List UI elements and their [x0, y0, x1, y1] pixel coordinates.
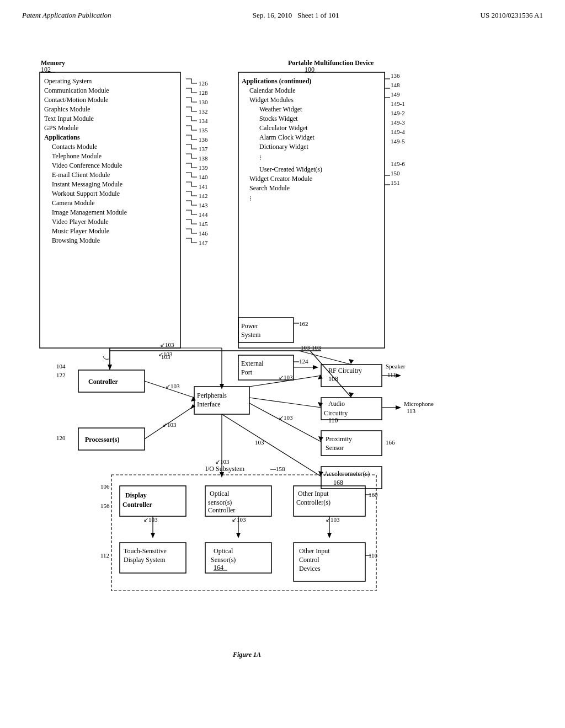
accel-label1: Accelerometer(s): [324, 470, 370, 478]
mem-comm: Communication Module: [44, 87, 109, 94]
svg-marker-5: [313, 365, 318, 370]
mem-music: Music Player Module: [52, 227, 109, 235]
ext-port-label1: External: [241, 360, 264, 367]
proximity-box: [321, 431, 382, 456]
page: Patent Application Publication Sep. 16, …: [0, 0, 565, 728]
patent-number: US 2010/0231536 A1: [481, 11, 543, 20]
mem-apps: Applications: [44, 133, 80, 141]
other-ctrl-label2: Controller(s): [296, 499, 331, 506]
figure-caption: Figure 1A: [232, 651, 261, 659]
ref-103-accel: 103: [255, 439, 264, 446]
ref-149-4: 149-4: [391, 129, 405, 135]
mem-camera: Camera Module: [52, 199, 95, 207]
ref-111: 111: [387, 371, 396, 378]
diagram-svg: Memory 102 Operating System Communicatio…: [23, 25, 542, 676]
svg-marker-13: [236, 533, 241, 538]
power-label2: System: [241, 331, 261, 339]
svg-marker-23: [318, 374, 323, 379]
ref-162: 162: [299, 320, 308, 327]
ref-149-6: 149-6: [391, 160, 405, 167]
ref-135: 135: [199, 127, 208, 133]
pmd-calendar: Calendar Module: [249, 87, 296, 94]
ref-134: 134: [199, 117, 208, 124]
svg-marker-37: [349, 359, 354, 364]
power-system-box: [238, 318, 294, 342]
ref-103-bus2: 103: [312, 344, 321, 351]
mem-graphics: Graphics Module: [44, 105, 90, 113]
mem-workout: Workout Support Module: [52, 190, 120, 197]
ref-128: 128: [199, 89, 208, 96]
ref-103-b: ↙103: [160, 341, 174, 348]
ref-151: 151: [391, 179, 400, 186]
sheet-label: Sheet 1 of 101: [297, 11, 339, 19]
optical-ctrl-label1: Optical: [210, 490, 230, 497]
ref-microphone: Microphone: [404, 400, 434, 407]
ref-148: 148: [391, 82, 400, 88]
date-label: Sep. 16, 2010: [253, 11, 292, 19]
ref-124: 124: [299, 358, 308, 365]
svg-marker-15: [327, 533, 332, 538]
pmd-alarm: Alarm Clock Widget: [259, 133, 315, 141]
pmd-dots2: ⁝: [249, 195, 252, 202]
mem-contacts: Contacts Module: [52, 143, 97, 151]
ref-103-prox: ↙103: [279, 414, 293, 421]
ref-139: 139: [199, 164, 208, 171]
svg-marker-7: [396, 373, 401, 378]
mem-os: Operating System: [44, 77, 92, 85]
rf-label2: 108: [328, 375, 338, 383]
other-dev-label3: Devices: [299, 565, 321, 572]
peripherals-label2: Interface: [197, 400, 221, 408]
mem-text: Text Input Module: [44, 115, 94, 122]
pmd-weather: Weather Widget: [259, 105, 302, 113]
ref-150: 150: [391, 170, 400, 176]
io-subsystem-label: I/O Subsystem: [205, 465, 245, 473]
ref-143: 143: [199, 202, 208, 208]
ref-103-proc: ↙103: [162, 421, 177, 428]
accel-label2: 168: [333, 479, 343, 486]
display-ctrl-label1: Display: [125, 491, 147, 499]
ref-103-rf: ↙103: [279, 374, 293, 381]
svg-marker-25: [318, 402, 323, 407]
pmd-dots1: ⁝: [259, 154, 262, 162]
svg-marker-9: [396, 405, 401, 410]
ref-138: 138: [199, 155, 208, 162]
ref-104: 104: [56, 363, 66, 370]
ref-149-3: 149-3: [391, 119, 405, 126]
mem-image: Image Management Module: [52, 208, 127, 216]
mem-gps: GPS Module: [44, 124, 78, 132]
ref-103-disp: ↙103: [143, 516, 158, 523]
peripherals-label1: Peripherals: [197, 392, 227, 399]
ref-149-1: 149-1: [391, 100, 405, 107]
ref-132: 132: [199, 108, 208, 115]
diagram-area: Memory 102 Operating System Communicatio…: [23, 25, 542, 676]
ref-103-oth: ↙103: [326, 516, 340, 523]
svg-marker-39: [349, 392, 354, 397]
ref-103-io: ↙103: [215, 458, 230, 465]
ref-142: 142: [199, 192, 208, 199]
ref-108: Speaker: [386, 363, 406, 370]
rf-label1: RF Circuitry: [328, 367, 362, 374]
pmd-widget-modules: Widget Modules: [249, 96, 294, 104]
ref-103-bus1: 103: [301, 344, 310, 351]
ref-156: 156: [100, 502, 110, 509]
optical-ctrl-label3: Controller: [208, 506, 235, 514]
power-label1: Power: [241, 322, 258, 330]
mem-telephone: Telephone Module: [52, 152, 102, 160]
mem-email: E-mail Client Module: [52, 171, 110, 179]
ref-106: 106: [100, 483, 110, 490]
opt-sensor-label2: Sensor(s): [211, 556, 236, 564]
ref-158: 158: [276, 465, 285, 472]
ref-112: 112: [100, 552, 109, 559]
mem-videoconf: Video Conference Module: [52, 162, 122, 169]
ref-149: 149: [391, 91, 400, 98]
ext-port-label2: Port: [241, 368, 253, 376]
ref-103-opt: ↙103: [232, 516, 246, 523]
ref-149-2: 149-2: [391, 110, 405, 116]
ref-146: 146: [199, 230, 208, 237]
ref-149-5: 149-5: [391, 138, 405, 144]
ref-140: 140: [199, 174, 208, 180]
pmd-user-widget: User-Created Widget(s): [259, 165, 322, 173]
ref-122: 122: [56, 372, 66, 378]
pmd-apps-cont: Applications (continued): [242, 77, 311, 85]
processor-label: Processor(s): [85, 436, 119, 443]
